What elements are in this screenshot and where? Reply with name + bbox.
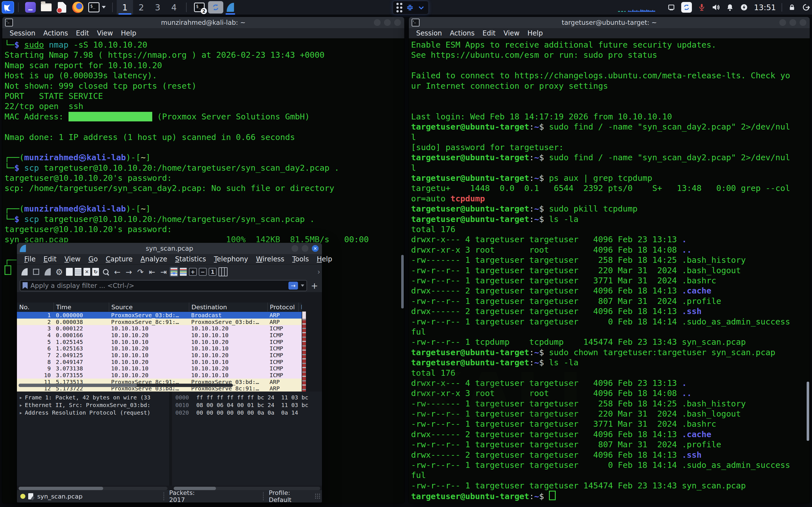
network-connection-icon[interactable] [667,3,675,11]
menu-item-analyze[interactable]: Analyze [137,255,170,263]
resize-grip[interactable] [315,493,321,499]
taskbar-wireshark[interactable] [223,0,238,15]
auto-scroll-icon[interactable] [170,268,177,276]
packet-row[interactable]: 82.04914710.10.10.2010.10.10.10ICMP [17,358,302,365]
close-button[interactable] [394,19,401,26]
hex-dump-row[interactable]: 0000ff ff ff ff ff ff bc 24 11 03 bc [172,394,322,401]
packet-row[interactable]: 10.000000ProxmoxServe_03:bd:…BroadcastAR… [17,312,302,319]
vertical-splitter[interactable] [169,392,172,486]
packet-bytes-pane[interactable]: 0000ff ff ff ff ff ff bc 24 11 03 bc0010… [172,392,322,486]
packet-row[interactable]: 30.00012210.10.10.1010.10.10.20ICMP [17,325,302,332]
zoom-out-icon[interactable]: − [199,268,207,276]
minimize-button[interactable] [779,19,786,26]
ubuntu-terminal-content[interactable]: KALI Enable ESM Apps to receive addition… [409,38,810,503]
menu-item-view[interactable]: View [61,255,84,263]
packet-details-pane[interactable]: ▸Frame 1: Packet, 42 bytes on wire (33▸E… [17,392,169,486]
packet-row[interactable]: 40.00016610.10.10.2010.10.10.10ICMP [17,332,302,339]
menu-item-tools[interactable]: Tools [289,255,312,263]
network-monitor-graph[interactable] [616,2,661,13]
clock[interactable]: 13:51 [754,3,776,12]
packet-list-hscrollbar[interactable] [18,384,233,387]
close-button[interactable]: ✕ [312,245,319,252]
taskbar-active-app[interactable] [208,1,223,13]
menu-item-help[interactable]: Help [117,29,140,37]
menu-item-session[interactable]: Session [413,29,446,37]
notifications-bell-icon[interactable] [726,3,734,11]
expert-info-icon[interactable] [20,494,26,499]
filter-dropdown-caret[interactable] [301,284,304,288]
capture-comments-icon[interactable] [28,493,33,499]
display-filter-input[interactable]: Apply a display filter ... <Ctrl-/> → [20,280,307,291]
menu-item-edit[interactable]: Edit [479,29,499,37]
text-editor-icon[interactable] [56,1,68,14]
resize-columns-icon[interactable] [218,267,227,276]
hex-dump-row[interactable]: 001008 00 06 04 00 01 bc 24 11 03 bc [172,401,322,409]
menu-item-file[interactable]: File [21,255,39,263]
workspace-4[interactable]: 4 [166,0,182,15]
close-file-icon[interactable]: ✕ [84,268,90,276]
go-to-packet-icon[interactable]: ↷ [136,267,145,277]
file-manager-icon[interactable] [40,1,53,14]
next-packet-icon[interactable]: ⇥ [159,267,168,277]
detail-tree-row[interactable]: ▸Ethernet II, Src: ProxmoxServe_03:bd: [17,401,169,409]
zoom-in-icon[interactable]: + [189,268,197,276]
packet-list-header[interactable]: No.TimeSourceDestinationProtocolLe [17,302,302,312]
packet-row[interactable]: 51.02514510.10.10.1010.10.10.20ICMP [17,339,302,345]
apply-filter-button[interactable]: → [289,282,298,290]
lock-screen-icon[interactable] [788,3,796,11]
packet-row[interactable]: 93.07313810.10.10.1010.10.10.20ICMP [17,365,302,372]
hex-dump-row[interactable]: 002000 00 00 00 00 00 0a 0a 0a 14 [172,409,322,416]
column-header-source[interactable]: Source [109,302,189,312]
menu-item-capture[interactable]: Capture [102,255,136,263]
packet-row[interactable]: 20.000038ProxmoxServe_8c:91:…ProxmoxServ… [17,319,302,325]
close-button[interactable] [800,19,806,26]
menu-item-edit[interactable]: Edit [40,255,60,263]
wireshark-titlebar[interactable]: syn_scan.pcap ✕ [17,243,322,254]
terminal-scrollbar[interactable] [401,255,404,308]
details-hscrollbar[interactable] [18,487,167,490]
taskbar-terminal-group[interactable]: $_ 2 [191,0,208,15]
minimize-button[interactable] [374,19,380,26]
bookmark-icon[interactable] [22,282,28,289]
maximize-button[interactable] [302,245,308,252]
find-packet-icon[interactable] [101,267,110,277]
save-file-icon[interactable] [75,268,82,276]
start-capture-icon[interactable] [20,267,29,277]
ubuntu-terminal-titlebar[interactable]: targetuser@ubuntu-target: ~ [409,17,810,28]
detail-tree-row[interactable]: ▸Address Resolution Protocol (request) [17,409,169,416]
colorize-icon[interactable] [180,268,187,276]
kali-terminal-titlebar[interactable]: munzirahmed@kali-lab: ~ [2,17,404,28]
menu-item-help[interactable]: Help [524,29,546,37]
app-launcher-icon[interactable] [24,1,37,14]
column-header-destination[interactable]: Destination [189,302,267,312]
kali-menu-button[interactable] [2,1,14,13]
maximize-button[interactable] [790,19,796,26]
toolbar-overflow-icon[interactable]: › [317,268,322,276]
logout-icon[interactable] [802,3,810,11]
column-header-no[interactable]: No. [17,302,54,312]
go-back-icon[interactable]: ← [112,267,122,277]
menu-item-actions[interactable]: Actions [447,29,478,37]
packet-row[interactable]: 72.04912510.10.10.1010.10.10.20ICMP [17,352,302,358]
menu-item-telephony[interactable]: Telephony [211,255,252,263]
reload-file-icon[interactable]: ↻ [92,268,99,276]
zoom-original-icon[interactable]: 1 [209,268,216,276]
packet-row[interactable]: 61.02516310.10.10.2010.10.10.10ICMP [17,345,302,352]
menu-item-help[interactable]: Help [313,255,336,263]
terminal-scrollbar[interactable] [807,382,809,441]
menu-item-actions[interactable]: Actions [40,29,71,37]
menu-item-statistics[interactable]: Statistics [172,255,209,263]
volume-icon[interactable] [712,3,720,11]
capture-options-icon[interactable]: ⚙ [54,267,64,277]
open-file-icon[interactable] [66,268,73,276]
packet-list-scrollbar-map[interactable] [302,312,306,392]
menu-item-edit[interactable]: Edit [72,29,92,37]
previous-packet-icon[interactable]: ⇤ [147,267,157,277]
add-filter-button[interactable]: + [310,281,319,291]
column-header-le[interactable]: Le [298,302,302,312]
menu-item-view[interactable]: View [500,29,523,37]
terminal-launcher-icon[interactable]: $_ [87,1,107,14]
workspace-2[interactable]: 2 [133,0,149,15]
go-forward-icon[interactable]: → [124,267,134,277]
microphone-icon[interactable] [698,3,706,11]
